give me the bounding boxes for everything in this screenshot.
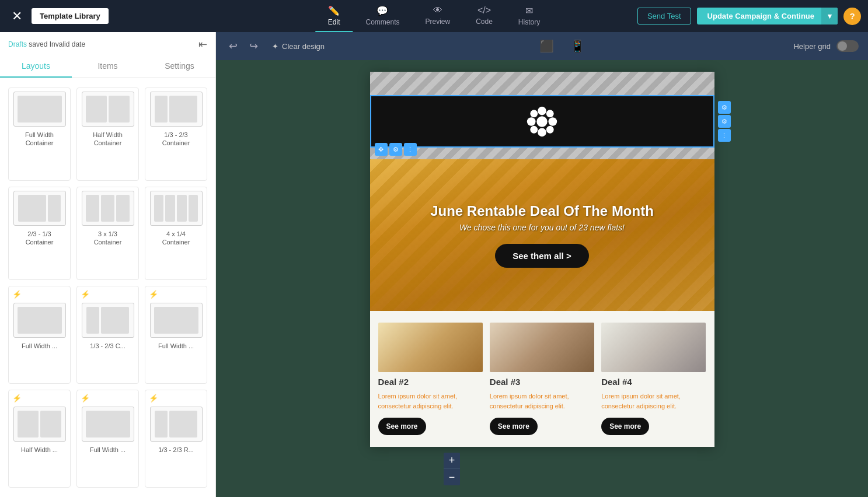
layout-premium-third-1[interactable]: ⚡ 1/3 - 2/3 C... <box>76 286 139 384</box>
row-more-button[interactable]: ⋮ <box>718 129 731 142</box>
stripe-section-top <box>370 72 714 95</box>
clear-design-button[interactable]: ✦ Clear design <box>266 40 330 53</box>
deal-card-3: Deal #3 Lorem ipsum dolor sit amet, cons… <box>490 323 594 435</box>
layout-preview-three-thirds <box>82 191 134 226</box>
mobile-icon: 📱 <box>570 40 585 52</box>
svg-point-1 <box>538 106 546 115</box>
deal-text-3: Lorem ipsum dolor sit amet, consectetur … <box>490 391 594 411</box>
main-content: Drafts saved Invalid date ⇤ Layouts Item… <box>0 32 868 497</box>
premium-icon-1: ⚡ <box>12 290 22 299</box>
block-more-button[interactable]: ⋮ <box>404 143 417 156</box>
layout-preview-full <box>13 92 66 127</box>
see-them-all-button[interactable]: See them all > <box>495 244 588 268</box>
layout-four-quarters[interactable]: 4 x 1/4Container <box>145 187 207 280</box>
helper-grid-toggle[interactable] <box>836 40 859 52</box>
panel-header: Drafts saved Invalid date ⇤ <box>0 32 215 51</box>
svg-point-3 <box>527 117 536 126</box>
see-more-button-3[interactable]: See more <box>490 418 538 435</box>
layout-premium-third-2[interactable]: ⚡ 1/3 - 2/3 R... <box>145 390 207 488</box>
row-settings-button[interactable]: ⚙ <box>718 101 731 114</box>
tab-preview-label: Preview <box>425 18 450 26</box>
clear-design-icon: ✦ <box>272 42 278 51</box>
update-dropdown-arrow[interactable]: ▾ <box>821 8 838 24</box>
layout-label-premium-full-3: Full Width ... <box>90 446 126 454</box>
tab-layouts[interactable]: Layouts <box>0 55 72 78</box>
row-controls-right: ⚙ ⚙ ⋮ <box>718 101 731 142</box>
edit-icon: ✏️ <box>328 5 340 16</box>
layout-premium-full-3[interactable]: ⚡ Full Width ... <box>76 390 139 488</box>
deal-card-4: Deal #4 Lorem ipsum dolor sit amet, cons… <box>601 323 706 435</box>
stripe-section-mid <box>370 148 714 159</box>
block-settings-button[interactable]: ⚙ <box>389 143 402 156</box>
close-button[interactable]: ✕ <box>7 6 27 26</box>
tab-comments[interactable]: 💬 Comments <box>353 1 412 32</box>
premium-icon-2: ⚡ <box>81 290 90 299</box>
black-bar-row[interactable]: ⚙ ⚙ ⋮ ✥ ⚙ ⋮ <box>370 95 714 148</box>
premium-icon-3: ⚡ <box>149 290 158 299</box>
tab-comments-label: Comments <box>365 18 399 26</box>
deal-image-4 <box>601 323 706 372</box>
hero-title: June Rentable Deal Of The Month <box>430 203 654 219</box>
deal-card-2: Deal #2 Lorem ipsum dolor sit amet, cons… <box>378 323 483 435</box>
toggle-knob <box>838 41 847 51</box>
tab-items[interactable]: Items <box>72 55 144 78</box>
undo-button[interactable]: ↩ <box>225 37 241 55</box>
toolbar-center: ⬛ 📱 <box>336 37 787 55</box>
zoom-out-button[interactable]: − <box>444 469 460 485</box>
layout-three-thirds[interactable]: 3 x 1/3Container <box>76 187 139 280</box>
layout-preview-premium-full-1 <box>13 303 66 338</box>
layout-preview-premium-third-1 <box>82 303 134 338</box>
see-more-button-4[interactable]: See more <box>601 418 649 435</box>
email-canvas: ⚙ ⚙ ⋮ ✥ ⚙ ⋮ <box>370 72 714 447</box>
drafts-link[interactable]: Drafts <box>8 40 27 48</box>
mobile-view-button[interactable]: 📱 <box>566 37 590 55</box>
layouts-grid: Full Width Container Half WidthContainer… <box>0 78 215 497</box>
collapse-panel-button[interactable]: ⇤ <box>198 38 207 51</box>
layout-premium-half-1[interactable]: ⚡ Half Width ... <box>8 390 71 488</box>
tab-edit[interactable]: ✏️ Edit <box>315 1 353 32</box>
comments-icon: 💬 <box>377 5 388 16</box>
layout-twothird-third[interactable]: 2/3 - 1/3Container <box>8 187 71 280</box>
update-campaign-button[interactable]: Update Campaign & Continue ▾ <box>697 8 838 24</box>
layout-premium-full-2[interactable]: ⚡ Full Width ... <box>145 286 207 384</box>
layout-label-premium-half-1: Half Width ... <box>21 446 58 454</box>
see-more-button-2[interactable]: See more <box>378 418 426 435</box>
template-library-button[interactable]: Template Library <box>32 8 109 24</box>
layout-preview-premium-half-1 <box>13 407 66 442</box>
layout-label-half: Half WidthContainer <box>93 131 123 148</box>
layout-premium-full-1[interactable]: ⚡ Full Width ... <box>8 286 71 384</box>
layout-label-twothird-third: 2/3 - 1/3Container <box>26 230 54 247</box>
layout-third-twothird[interactable]: 1/3 - 2/3Container <box>145 88 207 181</box>
layout-full-width[interactable]: Full Width Container <box>8 88 71 181</box>
hero-section[interactable]: June Rentable Deal Of The Month We chose… <box>370 159 714 311</box>
tab-history[interactable]: ✉ History <box>506 1 553 32</box>
tab-code[interactable]: </> Code <box>463 1 506 32</box>
desktop-view-button[interactable]: ⬛ <box>535 37 559 55</box>
nav-tabs: ✏️ Edit 💬 Comments 👁 Preview </> Code ✉ … <box>315 1 553 32</box>
layout-half-width[interactable]: Half WidthContainer <box>76 88 139 181</box>
flower-logo <box>526 106 558 138</box>
send-test-button[interactable]: Send Test <box>637 8 691 24</box>
svg-point-7 <box>530 125 538 133</box>
redo-button[interactable]: ↪ <box>246 37 262 55</box>
help-button[interactable]: ? <box>843 8 861 25</box>
layout-preview-four-quarters <box>150 191 203 226</box>
deal-image-3 <box>490 323 594 372</box>
layout-preview-premium-full-3 <box>82 407 134 442</box>
row-duplicate-button[interactable]: ⚙ <box>718 115 731 128</box>
layout-label-premium-third-2: 1/3 - 2/3 R... <box>158 446 194 454</box>
layout-preview-premium-full-2 <box>150 303 203 338</box>
tab-settings[interactable]: Settings <box>144 55 215 78</box>
premium-icon-5: ⚡ <box>81 394 90 402</box>
block-move-button[interactable]: ✥ <box>375 143 388 156</box>
canvas-area[interactable]: ⚙ ⚙ ⋮ ✥ ⚙ ⋮ <box>216 60 868 497</box>
deal-image-2 <box>378 323 483 372</box>
premium-icon-4: ⚡ <box>12 394 22 402</box>
layout-label-premium-third-1: 1/3 - 2/3 C... <box>90 342 126 350</box>
zoom-in-button[interactable]: + <box>444 453 460 469</box>
zoom-controls: + − <box>444 453 460 485</box>
update-label: Update Campaign & Continue <box>707 12 814 20</box>
tab-preview[interactable]: 👁 Preview <box>412 1 463 32</box>
layout-preview-twothird-third <box>13 191 66 226</box>
layout-preview-third-twothird <box>150 92 203 127</box>
